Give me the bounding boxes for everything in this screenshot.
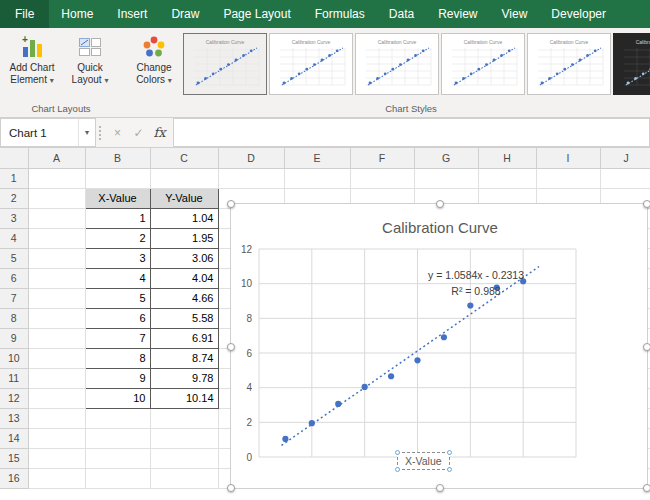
tab-home[interactable]: Home	[49, 0, 105, 28]
add-chart-element-button[interactable]: + Add Chart Element ▾	[3, 30, 61, 87]
x-axis-title-handle[interactable]	[447, 450, 452, 455]
cell-A7[interactable]	[28, 288, 85, 308]
col-header-G[interactable]: G	[414, 148, 478, 168]
cell-J1[interactable]	[600, 168, 650, 188]
row-header-14[interactable]: 14	[0, 428, 28, 448]
cell-B16[interactable]	[85, 468, 150, 488]
cell-E1[interactable]	[284, 168, 350, 188]
cell-C11[interactable]: 9.78	[150, 368, 218, 388]
chart-handle-top-center[interactable]	[436, 200, 444, 208]
chart-style-thumb-1[interactable]: Calibration Curve	[183, 33, 267, 95]
scatter-point[interactable]	[414, 357, 420, 363]
cell-A10[interactable]	[28, 348, 85, 368]
cell-C10[interactable]: 8.74	[150, 348, 218, 368]
row-header-10[interactable]: 10	[0, 348, 28, 368]
cell-B14[interactable]	[85, 428, 150, 448]
select-all-corner[interactable]	[0, 148, 28, 168]
cell-A3[interactable]	[28, 208, 85, 228]
cell-B4[interactable]: 2	[85, 228, 150, 248]
tab-developer[interactable]: Developer	[539, 0, 618, 28]
cell-B5[interactable]: 3	[85, 248, 150, 268]
x-axis-title-handle[interactable]	[395, 467, 400, 472]
scatter-point[interactable]	[335, 401, 341, 407]
x-axis-title[interactable]: X-Value	[397, 452, 450, 470]
tab-draw[interactable]: Draw	[159, 0, 211, 28]
cell-F1[interactable]	[350, 168, 414, 188]
scatter-point[interactable]	[467, 302, 473, 308]
row-header-9[interactable]: 9	[0, 328, 28, 348]
calibration-chart-svg[interactable]: 024681012Calibration Curvey = 1.0584x - …	[231, 204, 649, 490]
cell-A4[interactable]	[28, 228, 85, 248]
cell-C7[interactable]: 4.66	[150, 288, 218, 308]
cell-A12[interactable]	[28, 388, 85, 408]
insert-function-icon[interactable]: fx	[149, 125, 170, 140]
cell-B15[interactable]	[85, 448, 150, 468]
row-header-16[interactable]: 16	[0, 468, 28, 488]
scatter-point[interactable]	[388, 373, 394, 379]
tab-view[interactable]: View	[490, 0, 540, 28]
cell-H1[interactable]	[478, 168, 536, 188]
chart-style-thumb-4[interactable]: Calibration Curve	[441, 33, 525, 95]
tab-data[interactable]: Data	[377, 0, 426, 28]
cell-B6[interactable]: 4	[85, 268, 150, 288]
row-header-8[interactable]: 8	[0, 308, 28, 328]
col-header-C[interactable]: C	[150, 148, 218, 168]
scatter-point[interactable]	[362, 384, 368, 390]
col-header-A[interactable]: A	[28, 148, 85, 168]
cell-C9[interactable]: 6.91	[150, 328, 218, 348]
cell-B7[interactable]: 5	[85, 288, 150, 308]
row-header-13[interactable]: 13	[0, 408, 28, 428]
cell-B9[interactable]: 7	[85, 328, 150, 348]
cell-A8[interactable]	[28, 308, 85, 328]
cell-B11[interactable]: 9	[85, 368, 150, 388]
cell-C8[interactable]: 5.58	[150, 308, 218, 328]
cell-A9[interactable]	[28, 328, 85, 348]
trendline-equation[interactable]: y = 1.0584x - 0.2313	[428, 269, 524, 281]
col-header-H[interactable]: H	[478, 148, 536, 168]
col-header-J[interactable]: J	[600, 148, 650, 168]
cell-A15[interactable]	[28, 448, 85, 468]
cell-B12[interactable]: 10	[85, 388, 150, 408]
row-header-12[interactable]: 12	[0, 388, 28, 408]
row-header-6[interactable]: 6	[0, 268, 28, 288]
chart-handle-bottom-right[interactable]	[643, 484, 650, 492]
row-header-4[interactable]: 4	[0, 228, 28, 248]
cell-B13[interactable]	[85, 408, 150, 428]
cell-A2[interactable]	[28, 188, 85, 208]
name-box[interactable]: Chart 1 ▾	[0, 118, 96, 147]
row-header-3[interactable]: 3	[0, 208, 28, 228]
chart-handle-bottom-center[interactable]	[436, 484, 444, 492]
cell-D1[interactable]	[218, 168, 284, 188]
tab-review[interactable]: Review	[426, 0, 489, 28]
cell-C2[interactable]: Y-Value	[150, 188, 218, 208]
x-axis-title-handle[interactable]	[395, 450, 400, 455]
chart-style-thumb-3[interactable]: Calibration Curve	[355, 33, 439, 95]
cell-C4[interactable]: 1.95	[150, 228, 218, 248]
formula-input[interactable]	[174, 118, 650, 147]
col-header-B[interactable]: B	[85, 148, 150, 168]
cell-C15[interactable]	[150, 448, 218, 468]
cell-A6[interactable]	[28, 268, 85, 288]
cell-I1[interactable]	[536, 168, 600, 188]
trendline-r-squared[interactable]: R² = 0.988	[451, 285, 500, 297]
chart-handle-middle-left[interactable]	[227, 343, 235, 351]
chart-area[interactable]: 024681012Calibration Curvey = 1.0584x - …	[230, 203, 648, 489]
chart-handle-bottom-left[interactable]	[227, 484, 235, 492]
cell-A13[interactable]	[28, 408, 85, 428]
cell-C6[interactable]: 4.04	[150, 268, 218, 288]
cell-A11[interactable]	[28, 368, 85, 388]
row-header-1[interactable]: 1	[0, 168, 28, 188]
cell-B2[interactable]: X-Value	[85, 188, 150, 208]
cancel-icon[interactable]: ×	[107, 126, 128, 140]
tab-formulas[interactable]: Formulas	[303, 0, 377, 28]
chart-style-thumb-6[interactable]: Calibration Curve	[613, 33, 650, 95]
cell-C1[interactable]	[150, 168, 218, 188]
cell-G1[interactable]	[414, 168, 478, 188]
quick-layout-button[interactable]: Quick Layout ▾	[61, 30, 119, 87]
col-header-E[interactable]: E	[284, 148, 350, 168]
scatter-point[interactable]	[309, 420, 315, 426]
row-header-11[interactable]: 11	[0, 368, 28, 388]
row-header-2[interactable]: 2	[0, 188, 28, 208]
chart-handle-top-right[interactable]	[643, 200, 650, 208]
chart-style-thumb-2[interactable]: Calibration Curve	[269, 33, 353, 95]
